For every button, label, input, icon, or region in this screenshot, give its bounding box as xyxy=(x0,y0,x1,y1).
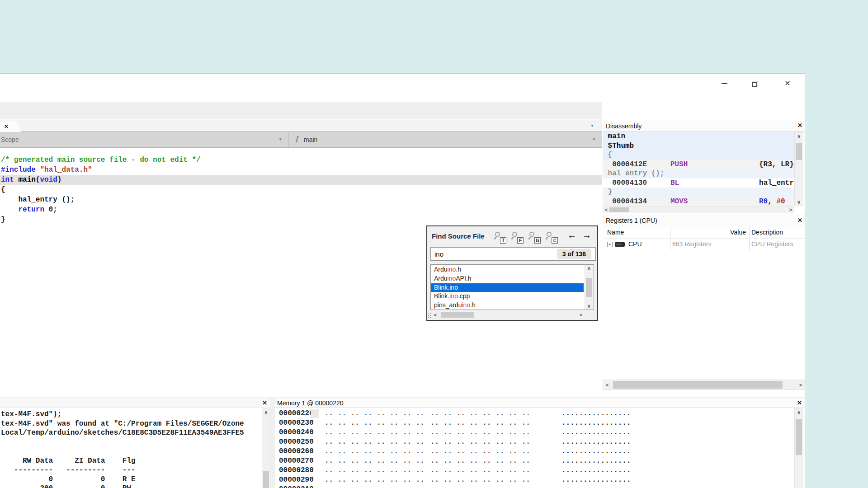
console-line xyxy=(0,438,261,447)
memory-ascii: ................ xyxy=(561,419,631,427)
dialog-title: Find Source File xyxy=(432,232,485,240)
disassembly-vertical-scrollbar[interactable]: ∧ ∨ xyxy=(794,132,803,206)
memory-ascii: ................ xyxy=(561,409,631,418)
memory-address: 000002A0 xyxy=(279,485,325,488)
list-item[interactable]: Blink.ino.cpp xyxy=(431,292,584,301)
code-line: } xyxy=(0,215,602,225)
minimize-icon xyxy=(722,83,727,84)
memory-address: 00000260 xyxy=(279,447,325,456)
disassembly-rows: main $Thumb { 0000412EPUSH{R3, LR} hal_e… xyxy=(603,132,794,206)
registers-horizontal-scrollbar[interactable]: < > xyxy=(603,380,805,390)
disassembly-close-icon[interactable]: ✕ xyxy=(797,122,802,129)
list-vertical-scrollbar[interactable]: ∧ ∨ xyxy=(585,265,594,310)
console-line: 0 0 R E xyxy=(0,475,261,484)
registers-close-icon[interactable]: ✕ xyxy=(797,217,802,224)
search-input[interactable]: ino 3 of 136 xyxy=(430,247,596,261)
magnifier-icon xyxy=(529,232,534,237)
scroll-left-icon[interactable]: < xyxy=(603,380,611,389)
list-item[interactable]: pins_arduino.h xyxy=(431,301,584,310)
list-item[interactable]: Arduino.h xyxy=(431,265,584,274)
scroll-left-icon[interactable]: < xyxy=(603,206,609,213)
memory-close-icon[interactable]: ✕ xyxy=(797,399,802,406)
memory-cursor[interactable] xyxy=(311,409,319,418)
scroll-right-icon[interactable]: > xyxy=(578,311,584,319)
memory-hex-bytes: .. .. .. .. .. .. .. .. xyxy=(325,447,430,456)
memory-hex-bytes: .. .. .. .. .. .. .. .. xyxy=(325,409,430,418)
scroll-down-icon[interactable]: ∨ xyxy=(585,303,593,310)
list-horizontal-scrollbar[interactable]: < > xyxy=(432,311,584,319)
memory-row: 00000260.. .. .. .. .. .. .. .... .. .. … xyxy=(274,447,794,456)
panel-splitter[interactable] xyxy=(270,398,274,488)
scroll-down-icon[interactable]: ∨ xyxy=(795,198,803,206)
filter-t-icon[interactable]: T xyxy=(494,232,507,244)
title-bar: ✕ xyxy=(0,74,805,102)
list-item[interactable]: Blink.ino xyxy=(431,283,584,292)
bottom-dock: ✕ tex-M4F.svd");tex-M4F.svd" was found a… xyxy=(0,398,805,488)
register-value: 663 Registers xyxy=(672,240,711,248)
scroll-left-icon[interactable]: < xyxy=(432,311,439,319)
memory-hex-bytes: .. .. .. .. .. .. .. .. xyxy=(430,456,536,466)
memory-content[interactable]: 00000220.. .. .. .. .. .. .. .... .. .. … xyxy=(274,408,794,488)
resize-grip[interactable] xyxy=(428,313,432,318)
scrollbar-thumb[interactable] xyxy=(441,312,474,318)
scrollbar-thumb[interactable] xyxy=(796,143,802,160)
disassembly-row: { xyxy=(603,150,794,160)
column-header-value[interactable]: Value xyxy=(674,229,746,236)
tab-close-icon[interactable]: ✕ xyxy=(4,123,9,130)
memory-ascii: ................ xyxy=(561,438,631,446)
tab-list-dropdown-icon[interactable]: ▼ xyxy=(590,124,594,128)
disassembly-row: $Thumb xyxy=(603,141,794,151)
list-item[interactable]: ArduinoAPI.h xyxy=(431,274,584,283)
scope-dropdown-arrow-icon[interactable]: ▼ xyxy=(278,137,282,141)
memory-hex-bytes: .. .. .. .. .. .. .. .. xyxy=(430,475,536,485)
scrollbar-thumb[interactable] xyxy=(613,381,783,389)
disassembly-horizontal-scrollbar[interactable]: < > xyxy=(603,206,794,213)
restore-button[interactable] xyxy=(747,77,763,90)
results-list[interactable]: Arduino.hArduinoAPI.hBlink.inoBlink.ino.… xyxy=(430,264,594,310)
memory-ascii: ................ xyxy=(561,447,631,455)
close-icon: ✕ xyxy=(784,80,790,87)
search-query: ino xyxy=(434,250,443,258)
scroll-up-icon[interactable]: ∧ xyxy=(585,265,593,272)
close-button[interactable]: ✕ xyxy=(780,77,795,90)
scrollbar-thumb[interactable] xyxy=(586,278,592,297)
scroll-up-icon[interactable]: ∧ xyxy=(795,408,803,416)
previous-match-icon[interactable]: ← xyxy=(567,230,576,240)
function-dropdown[interactable]: f main ▼ xyxy=(289,132,602,147)
expand-button[interactable]: + xyxy=(607,242,613,247)
console-line: --------- --------- --- xyxy=(0,465,261,475)
scope-dropdown[interactable]: Scope ▼ xyxy=(0,132,289,147)
filter-c-icon[interactable]: C xyxy=(546,232,558,244)
memory-row: 00000220.. .. .. .. .. .. .. .... .. .. … xyxy=(274,409,794,418)
column-header-name[interactable]: Name xyxy=(607,229,624,236)
console-output[interactable]: tex-M4F.svd");tex-M4F.svd" was found at … xyxy=(0,408,261,488)
console-close-icon[interactable]: ✕ xyxy=(262,399,267,406)
disassembly-title: Disassembly xyxy=(606,122,642,130)
magnifier-icon xyxy=(495,232,500,237)
column-header-description[interactable]: Description xyxy=(751,229,783,236)
register-row[interactable]: + CPU 663 Registers CPU Registers xyxy=(603,239,805,250)
scroll-up-icon[interactable]: ∧ xyxy=(262,408,270,416)
next-match-icon[interactable]: → xyxy=(582,230,591,240)
scrollbar-thumb[interactable] xyxy=(609,207,629,212)
editor-tab[interactable]: ✕ xyxy=(0,121,21,132)
function-dropdown-arrow-icon[interactable]: ▼ xyxy=(592,137,596,141)
scroll-right-icon[interactable]: > xyxy=(797,380,805,389)
memory-hex-bytes: .. .. .. .. .. .. .. .. xyxy=(325,437,430,447)
memory-hex-bytes: .. .. .. .. .. .. .. .. xyxy=(325,485,430,488)
memory-hex-bytes: .. .. .. .. .. .. .. .. xyxy=(430,418,536,428)
filter-g-icon[interactable]: G xyxy=(528,232,541,244)
scope-label: Scope xyxy=(1,136,19,143)
scroll-right-icon[interactable]: > xyxy=(788,206,794,213)
minimize-button[interactable] xyxy=(717,77,732,90)
scroll-up-icon[interactable]: ∧ xyxy=(795,132,803,140)
memory-vertical-scrollbar[interactable]: ∧ xyxy=(794,408,803,488)
filter-f-icon[interactable]: F xyxy=(511,232,524,244)
memory-hex-bytes: .. .. .. .. .. .. .. .. xyxy=(430,428,536,437)
restore-icon xyxy=(752,81,758,87)
memory-row: 00000230.. .. .. .. .. .. .. .... .. .. … xyxy=(274,418,794,428)
console-vertical-scrollbar[interactable]: ∧ xyxy=(262,408,270,488)
cpu-icon xyxy=(615,242,625,247)
scrollbar-thumb[interactable] xyxy=(263,471,269,488)
scrollbar-thumb[interactable] xyxy=(796,419,802,455)
